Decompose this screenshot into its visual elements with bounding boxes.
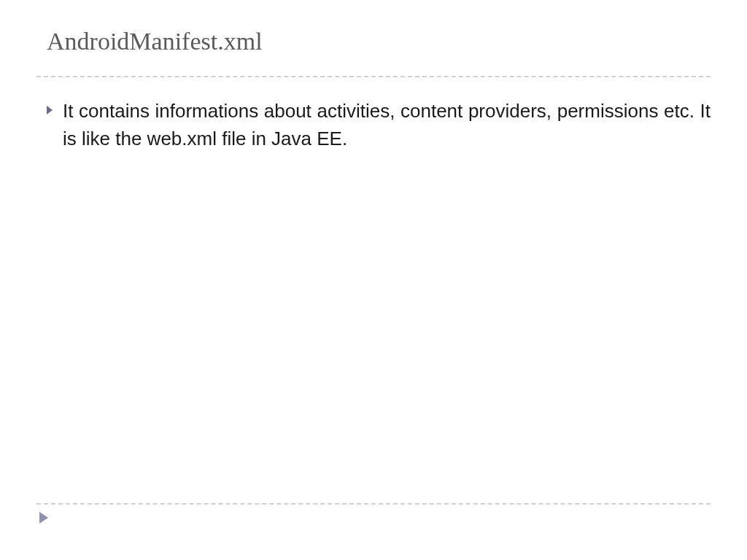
slide-content: It contains informations about activitie… (36, 77, 711, 503)
slide-footer (36, 505, 711, 531)
slide-container: AndroidManifest.xml It contains informat… (0, 0, 747, 560)
bullet-text: It contains informations about activitie… (63, 98, 711, 152)
bullet-triangle-icon (47, 106, 53, 114)
bullet-item: It contains informations about activitie… (47, 98, 711, 152)
footer-triangle-icon (39, 512, 48, 524)
slide-title: AndroidManifest.xml (36, 22, 711, 76)
